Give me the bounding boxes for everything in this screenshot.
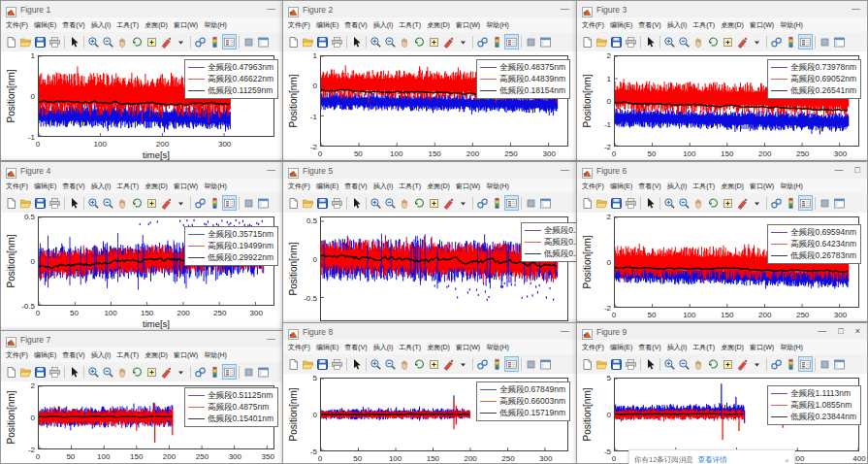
title-bar[interactable]: Figure 8 —	[283, 323, 576, 340]
save-figure-icon[interactable]	[33, 364, 48, 380]
hide-plot-tools-icon[interactable]	[524, 356, 538, 372]
legend-box[interactable]: 全频段0.51125nm高频段0.4875nm低频段0.15401nm	[184, 387, 278, 427]
title-bar[interactable]: Figure 2 —	[283, 1, 576, 17]
save-figure-icon[interactable]	[315, 34, 330, 50]
notification-popup[interactable]: 你有12条订阅消息 查看详情 ×	[628, 449, 795, 464]
brush-menu-arrow-icon[interactable]	[456, 356, 470, 372]
minimize-button[interactable]: —	[267, 5, 275, 14]
zoom-in-icon[interactable]	[86, 364, 101, 380]
menu-help[interactable]: 帮助(H)	[483, 343, 512, 352]
data-cursor-icon[interactable]	[721, 356, 735, 372]
data-cursor-icon[interactable]	[145, 34, 159, 50]
new-figure-icon[interactable]	[4, 364, 18, 380]
menu-desktop[interactable]: 桌面(D)	[718, 182, 747, 191]
menu-file[interactable]: 文件(F)	[579, 343, 607, 352]
menu-file[interactable]: 文件(F)	[579, 20, 607, 30]
zoom-out-icon[interactable]	[677, 34, 691, 50]
hide-plot-tools-icon[interactable]	[524, 34, 538, 50]
menu-help[interactable]: 帮助(H)	[201, 350, 230, 360]
brush-icon[interactable]	[735, 195, 750, 211]
menu-window[interactable]: 窗口(W)	[747, 182, 777, 191]
show-plot-tools-icon[interactable]	[256, 195, 271, 211]
show-plot-tools-icon[interactable]	[832, 195, 847, 211]
close-button[interactable]: ×	[855, 327, 860, 336]
title-bar[interactable]: Figure 3 —	[577, 1, 867, 17]
menu-window[interactable]: 窗口(W)	[747, 20, 777, 30]
rotate-3d-icon[interactable]	[706, 356, 721, 372]
menu-tools[interactable]: 工具(T)	[396, 343, 424, 352]
menu-file[interactable]: 文件(F)	[3, 20, 31, 30]
show-plot-tools-icon[interactable]	[832, 34, 847, 50]
menu-view[interactable]: 查看(V)	[341, 343, 370, 352]
link-plot-icon[interactable]	[193, 195, 208, 211]
open-file-icon[interactable]	[595, 195, 609, 211]
menu-window[interactable]: 窗口(W)	[171, 182, 201, 191]
pan-icon[interactable]	[115, 364, 130, 380]
print-figure-icon[interactable]	[624, 34, 638, 50]
menu-tools[interactable]: 工具(T)	[690, 20, 718, 30]
show-plot-tools-icon[interactable]	[538, 356, 553, 372]
insert-colorbar-icon[interactable]	[784, 34, 798, 50]
pan-icon[interactable]	[691, 195, 706, 211]
pan-icon[interactable]	[115, 195, 130, 211]
insert-legend-icon[interactable]	[504, 356, 519, 372]
open-file-icon[interactable]	[18, 364, 33, 380]
menu-view[interactable]: 查看(V)	[59, 20, 87, 30]
legend-box[interactable]: 全频段0.69594nm高频段0.64234nm低频段0.26783nm	[767, 224, 861, 264]
data-cursor-icon[interactable]	[145, 364, 159, 380]
brush-menu-arrow-icon[interactable]	[174, 34, 188, 50]
menu-window[interactable]: 窗口(W)	[453, 343, 483, 352]
menu-window[interactable]: 窗口(W)	[747, 343, 777, 352]
new-figure-icon[interactable]	[580, 356, 595, 372]
open-file-icon[interactable]	[301, 195, 315, 211]
menu-desktop[interactable]: 桌面(D)	[718, 20, 747, 30]
menu-view[interactable]: 查看(V)	[59, 182, 87, 191]
menu-help[interactable]: 帮助(H)	[201, 20, 230, 30]
menu-edit[interactable]: 编辑(E)	[313, 343, 341, 352]
rotate-3d-icon[interactable]	[412, 195, 427, 211]
rotate-3d-icon[interactable]	[412, 356, 427, 372]
menu-insert[interactable]: 插入(I)	[370, 20, 397, 30]
menu-edit[interactable]: 编辑(E)	[31, 350, 59, 360]
pan-icon[interactable]	[115, 34, 130, 50]
figure-window-2[interactable]: Figure 2 — 文件(F)编辑(E)查看(V)插入(I)工具(T)桌面(D…	[282, 0, 577, 161]
brush-icon[interactable]	[159, 34, 174, 50]
title-bar[interactable]: Figure 1 —	[1, 1, 282, 17]
edit-plot-cursor-icon[interactable]	[67, 34, 81, 50]
insert-colorbar-icon[interactable]	[490, 195, 504, 211]
brush-icon[interactable]	[159, 364, 174, 380]
menu-view[interactable]: 查看(V)	[635, 20, 663, 30]
brush-icon[interactable]	[441, 34, 456, 50]
link-plot-icon[interactable]	[193, 34, 208, 50]
link-plot-icon[interactable]	[475, 195, 490, 211]
insert-legend-icon[interactable]	[798, 195, 813, 211]
minimize-button[interactable]: —	[267, 335, 275, 344]
zoom-out-icon[interactable]	[677, 356, 691, 372]
zoom-in-icon[interactable]	[369, 34, 383, 50]
show-plot-tools-icon[interactable]	[256, 34, 271, 50]
minimize-button[interactable]: —	[561, 166, 569, 175]
hide-plot-tools-icon[interactable]	[524, 195, 538, 211]
new-figure-icon[interactable]	[286, 34, 301, 50]
menu-edit[interactable]: 编辑(E)	[31, 20, 59, 30]
save-figure-icon[interactable]	[609, 34, 624, 50]
insert-legend-icon[interactable]	[798, 356, 813, 372]
hide-plot-tools-icon[interactable]	[818, 34, 832, 50]
hide-plot-tools-icon[interactable]	[241, 34, 256, 50]
minimize-button[interactable]: —	[852, 5, 860, 14]
print-figure-icon[interactable]	[48, 364, 62, 380]
menu-desktop[interactable]: 桌面(D)	[424, 20, 453, 30]
menu-edit[interactable]: 编辑(E)	[607, 343, 635, 352]
insert-colorbar-icon[interactable]	[490, 34, 504, 50]
menu-window[interactable]: 窗口(W)	[453, 182, 483, 191]
link-plot-icon[interactable]	[769, 356, 784, 372]
minimize-button[interactable]: —	[561, 327, 569, 336]
pan-icon[interactable]	[398, 195, 412, 211]
zoom-in-icon[interactable]	[662, 195, 677, 211]
zoom-in-icon[interactable]	[369, 356, 383, 372]
brush-icon[interactable]	[159, 195, 174, 211]
zoom-in-icon[interactable]	[369, 195, 383, 211]
new-figure-icon[interactable]	[4, 34, 18, 50]
title-bar[interactable]: Figure 9 —□×	[577, 323, 867, 340]
menu-edit[interactable]: 编辑(E)	[313, 20, 341, 30]
